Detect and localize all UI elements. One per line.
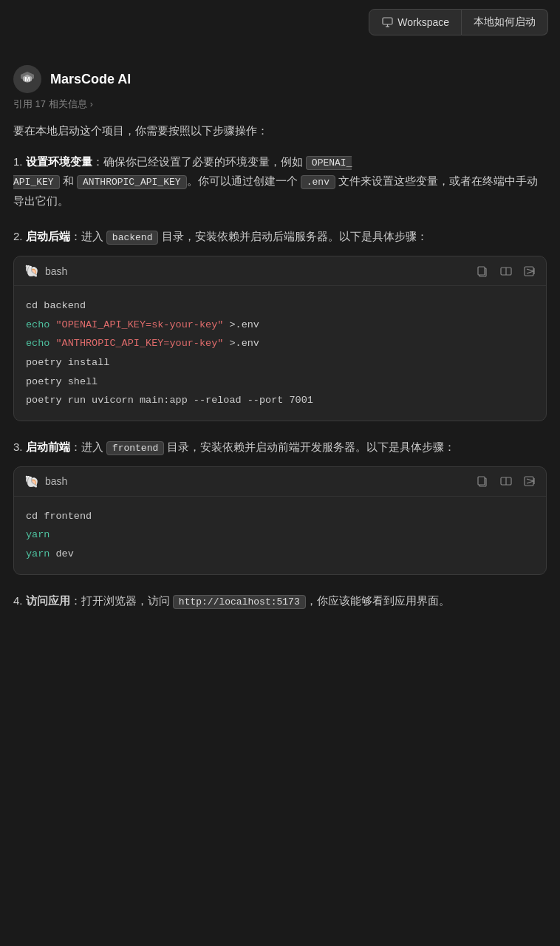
code-line-3: echo "ANTHROPIC_API_KEY=your-key" >.env bbox=[26, 334, 534, 353]
reference-text: 引用 17 相关信息 bbox=[13, 98, 87, 111]
step-1-bold: 设置环境变量 bbox=[26, 155, 92, 168]
step-4: 4. 访问应用：打开浏览器，访问 http://localhost:5173，你… bbox=[13, 591, 547, 611]
inline-code-backend: backend bbox=[106, 231, 159, 245]
step-2-t2: 目录，安装依赖并启动后端服务器。以下是具体步骤： bbox=[158, 230, 427, 242]
local-start-label: 本地如何启动 bbox=[474, 16, 536, 27]
svg-rect-5 bbox=[478, 267, 485, 275]
step-3-t2: 目录，安装依赖并启动前端开发服务器。以下是具体步骤： bbox=[164, 440, 455, 453]
monitor-icon bbox=[381, 16, 393, 28]
main-content: M MarsCode AI 引用 17 相关信息 › 要在本地启动这个项目，你需… bbox=[0, 44, 560, 644]
step-2-colon: ： bbox=[70, 230, 81, 242]
step-1-t3: 。你可以通过创建一个 bbox=[187, 174, 301, 187]
step-1-text: 1. 设置环境变量：确保你已经设置了必要的环境变量，例如 OPENAI_API_… bbox=[13, 152, 547, 211]
step-2-t1: 进入 bbox=[81, 230, 106, 242]
step-4-text: 4. 访问应用：打开浏览器，访问 http://localhost:5173，你… bbox=[13, 591, 547, 611]
inline-code-env: .env bbox=[301, 175, 335, 189]
code-block-frontend: 🐚 bash bbox=[13, 466, 547, 575]
code-line-4: poetry install bbox=[26, 353, 534, 372]
step-1-number: 1. bbox=[13, 155, 26, 168]
step-4-bold: 访问应用 bbox=[26, 594, 70, 607]
step-1-colon: ： bbox=[92, 155, 103, 168]
code-block-lang-bash: 🐚 bash bbox=[24, 264, 67, 278]
run-button-2[interactable] bbox=[524, 475, 536, 487]
bash-emoji-icon: 🐚 bbox=[24, 264, 39, 278]
step-1-t2: 和 bbox=[60, 174, 77, 187]
split-button[interactable] bbox=[500, 265, 512, 277]
code-content-backend: cd backend echo "OPENAI_API_KEY=sk-your-… bbox=[14, 286, 546, 421]
step-2-bold: 启动后端 bbox=[26, 230, 70, 242]
svg-rect-0 bbox=[383, 18, 392, 24]
step-4-t1: 打开浏览器，访问 bbox=[81, 594, 173, 607]
inline-code-frontend: frontend bbox=[106, 441, 164, 455]
workspace-button[interactable]: Workspace bbox=[369, 9, 462, 35]
reference-line[interactable]: 引用 17 相关信息 › bbox=[13, 98, 547, 111]
code-line-1: cd backend bbox=[26, 296, 534, 316]
copy-button[interactable] bbox=[477, 265, 488, 277]
workspace-label: Workspace bbox=[397, 16, 449, 28]
code-line-f3: yarn dev bbox=[26, 545, 534, 564]
step-3-text: 3. 启动前端：进入 frontend 目录，安装依赖并启动前端开发服务器。以下… bbox=[13, 438, 547, 457]
code-line-2: echo "OPENAI_API_KEY=sk-your-key" >.env bbox=[26, 316, 534, 335]
code-actions-2 bbox=[477, 475, 536, 487]
ai-logo: M bbox=[13, 65, 41, 93]
step-1-t1: 确保你已经设置了必要的环境变量，例如 bbox=[103, 155, 306, 168]
local-start-button[interactable]: 本地如何启动 bbox=[462, 9, 548, 35]
run-button[interactable] bbox=[524, 265, 536, 277]
step-4-colon: ： bbox=[70, 594, 81, 607]
inline-code-anthropic: ANTHROPIC_API_KEY bbox=[77, 175, 187, 189]
svg-rect-11 bbox=[478, 477, 485, 485]
code-actions bbox=[477, 265, 536, 277]
ai-header: M MarsCode AI bbox=[13, 65, 547, 93]
ai-name: MarsCode AI bbox=[50, 72, 131, 87]
code-line-5: poetry shell bbox=[26, 372, 534, 392]
svg-text:M: M bbox=[24, 75, 30, 83]
code-line-6: poetry run uvicorn main:app --reload --p… bbox=[26, 391, 534, 410]
code-block-frontend-header: 🐚 bash bbox=[14, 467, 546, 497]
step-1: 1. 设置环境变量：确保你已经设置了必要的环境变量，例如 OPENAI_API_… bbox=[13, 152, 547, 211]
step-3-number: 3. bbox=[13, 440, 26, 453]
step-4-t2: ，你应该能够看到应用界面。 bbox=[306, 594, 450, 607]
step-3-colon: ： bbox=[70, 440, 81, 453]
step-4-number: 4. bbox=[13, 594, 26, 607]
topbar: Workspace 本地如何启动 bbox=[0, 0, 560, 44]
copy-button-2[interactable] bbox=[477, 475, 488, 487]
step-3-t1: 进入 bbox=[81, 440, 106, 453]
code-content-frontend: cd frontend yarn yarn dev bbox=[14, 497, 546, 574]
bash-label: bash bbox=[45, 265, 67, 277]
code-line-f2: yarn bbox=[26, 525, 534, 545]
step-2: 2. 启动后端：进入 backend 目录，安装依赖并启动后端服务器。以下是具体… bbox=[13, 227, 547, 421]
bash-label-2: bash bbox=[45, 475, 67, 487]
step-3: 3. 启动前端：进入 frontend 目录，安装依赖并启动前端开发服务器。以下… bbox=[13, 438, 547, 575]
inline-code-localhost: http://localhost:5173 bbox=[173, 595, 306, 609]
bash-emoji-icon-2: 🐚 bbox=[24, 474, 39, 489]
step-3-bold: 启动前端 bbox=[26, 440, 70, 453]
code-block-backend-header: 🐚 bash bbox=[14, 256, 546, 286]
code-block-backend: 🐚 bash bbox=[13, 256, 547, 421]
code-block-frontend-lang: 🐚 bash bbox=[24, 474, 67, 489]
code-line-f1: cd frontend bbox=[26, 507, 534, 526]
step-2-number: 2. bbox=[13, 230, 26, 242]
split-button-2[interactable] bbox=[500, 475, 512, 487]
chevron-right-icon: › bbox=[90, 99, 93, 109]
step-2-text: 2. 启动后端：进入 backend 目录，安装依赖并启动后端服务器。以下是具体… bbox=[13, 227, 547, 247]
intro-text: 要在本地启动这个项目，你需要按照以下步骤操作： bbox=[13, 121, 547, 140]
